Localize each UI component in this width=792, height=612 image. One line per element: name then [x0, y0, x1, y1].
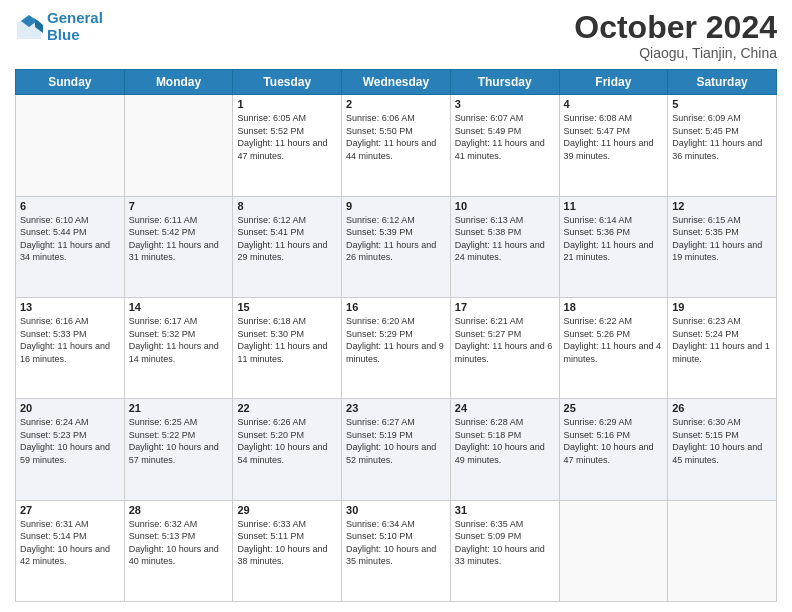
day-info: Sunrise: 6:08 AM Sunset: 5:47 PM Dayligh…: [564, 112, 664, 162]
calendar-cell: 16Sunrise: 6:20 AM Sunset: 5:29 PM Dayli…: [342, 297, 451, 398]
calendar-cell: 4Sunrise: 6:08 AM Sunset: 5:47 PM Daylig…: [559, 95, 668, 196]
day-number: 5: [672, 98, 772, 110]
day-info: Sunrise: 6:09 AM Sunset: 5:45 PM Dayligh…: [672, 112, 772, 162]
logo-line1: General: [47, 9, 103, 26]
day-number: 19: [672, 301, 772, 313]
calendar-cell: 23Sunrise: 6:27 AM Sunset: 5:19 PM Dayli…: [342, 399, 451, 500]
calendar-cell: 11Sunrise: 6:14 AM Sunset: 5:36 PM Dayli…: [559, 196, 668, 297]
calendar-table: SundayMondayTuesdayWednesdayThursdayFrid…: [15, 69, 777, 602]
day-info: Sunrise: 6:16 AM Sunset: 5:33 PM Dayligh…: [20, 315, 120, 365]
calendar-cell: 12Sunrise: 6:15 AM Sunset: 5:35 PM Dayli…: [668, 196, 777, 297]
calendar-cell: 6Sunrise: 6:10 AM Sunset: 5:44 PM Daylig…: [16, 196, 125, 297]
day-number: 11: [564, 200, 664, 212]
calendar-cell: 8Sunrise: 6:12 AM Sunset: 5:41 PM Daylig…: [233, 196, 342, 297]
day-info: Sunrise: 6:11 AM Sunset: 5:42 PM Dayligh…: [129, 214, 229, 264]
day-number: 4: [564, 98, 664, 110]
calendar-cell: [124, 95, 233, 196]
calendar-cell: 17Sunrise: 6:21 AM Sunset: 5:27 PM Dayli…: [450, 297, 559, 398]
day-number: 14: [129, 301, 229, 313]
day-info: Sunrise: 6:14 AM Sunset: 5:36 PM Dayligh…: [564, 214, 664, 264]
title-block: October 2024 Qiaogu, Tianjin, China: [574, 10, 777, 61]
day-number: 21: [129, 402, 229, 414]
day-number: 31: [455, 504, 555, 516]
day-info: Sunrise: 6:13 AM Sunset: 5:38 PM Dayligh…: [455, 214, 555, 264]
calendar-cell: 27Sunrise: 6:31 AM Sunset: 5:14 PM Dayli…: [16, 500, 125, 601]
calendar-cell: [668, 500, 777, 601]
day-number: 17: [455, 301, 555, 313]
calendar-cell: 2Sunrise: 6:06 AM Sunset: 5:50 PM Daylig…: [342, 95, 451, 196]
day-info: Sunrise: 6:35 AM Sunset: 5:09 PM Dayligh…: [455, 518, 555, 568]
day-info: Sunrise: 6:25 AM Sunset: 5:22 PM Dayligh…: [129, 416, 229, 466]
day-number: 29: [237, 504, 337, 516]
calendar-cell: 13Sunrise: 6:16 AM Sunset: 5:33 PM Dayli…: [16, 297, 125, 398]
day-number: 24: [455, 402, 555, 414]
day-info: Sunrise: 6:21 AM Sunset: 5:27 PM Dayligh…: [455, 315, 555, 365]
day-info: Sunrise: 6:27 AM Sunset: 5:19 PM Dayligh…: [346, 416, 446, 466]
day-number: 10: [455, 200, 555, 212]
day-info: Sunrise: 6:34 AM Sunset: 5:10 PM Dayligh…: [346, 518, 446, 568]
day-info: Sunrise: 6:22 AM Sunset: 5:26 PM Dayligh…: [564, 315, 664, 365]
day-info: Sunrise: 6:23 AM Sunset: 5:24 PM Dayligh…: [672, 315, 772, 365]
day-number: 3: [455, 98, 555, 110]
day-info: Sunrise: 6:26 AM Sunset: 5:20 PM Dayligh…: [237, 416, 337, 466]
day-number: 7: [129, 200, 229, 212]
calendar-cell: 10Sunrise: 6:13 AM Sunset: 5:38 PM Dayli…: [450, 196, 559, 297]
day-info: Sunrise: 6:18 AM Sunset: 5:30 PM Dayligh…: [237, 315, 337, 365]
day-info: Sunrise: 6:05 AM Sunset: 5:52 PM Dayligh…: [237, 112, 337, 162]
day-info: Sunrise: 6:29 AM Sunset: 5:16 PM Dayligh…: [564, 416, 664, 466]
calendar-week-row: 20Sunrise: 6:24 AM Sunset: 5:23 PM Dayli…: [16, 399, 777, 500]
logo-icon: [15, 13, 43, 41]
day-number: 22: [237, 402, 337, 414]
day-info: Sunrise: 6:33 AM Sunset: 5:11 PM Dayligh…: [237, 518, 337, 568]
day-number: 15: [237, 301, 337, 313]
day-number: 20: [20, 402, 120, 414]
calendar-cell: 19Sunrise: 6:23 AM Sunset: 5:24 PM Dayli…: [668, 297, 777, 398]
calendar-week-row: 13Sunrise: 6:16 AM Sunset: 5:33 PM Dayli…: [16, 297, 777, 398]
calendar-cell: 26Sunrise: 6:30 AM Sunset: 5:15 PM Dayli…: [668, 399, 777, 500]
calendar-cell: 7Sunrise: 6:11 AM Sunset: 5:42 PM Daylig…: [124, 196, 233, 297]
day-number: 16: [346, 301, 446, 313]
day-info: Sunrise: 6:30 AM Sunset: 5:15 PM Dayligh…: [672, 416, 772, 466]
day-info: Sunrise: 6:31 AM Sunset: 5:14 PM Dayligh…: [20, 518, 120, 568]
calendar-cell: 20Sunrise: 6:24 AM Sunset: 5:23 PM Dayli…: [16, 399, 125, 500]
day-info: Sunrise: 6:20 AM Sunset: 5:29 PM Dayligh…: [346, 315, 446, 365]
day-number: 6: [20, 200, 120, 212]
day-info: Sunrise: 6:24 AM Sunset: 5:23 PM Dayligh…: [20, 416, 120, 466]
day-info: Sunrise: 6:28 AM Sunset: 5:18 PM Dayligh…: [455, 416, 555, 466]
calendar-cell: [559, 500, 668, 601]
logo-line2: Blue: [47, 26, 80, 43]
day-header-friday: Friday: [559, 70, 668, 95]
day-number: 25: [564, 402, 664, 414]
header: General Blue October 2024 Qiaogu, Tianji…: [15, 10, 777, 61]
day-info: Sunrise: 6:10 AM Sunset: 5:44 PM Dayligh…: [20, 214, 120, 264]
day-number: 2: [346, 98, 446, 110]
calendar-cell: 30Sunrise: 6:34 AM Sunset: 5:10 PM Dayli…: [342, 500, 451, 601]
day-number: 13: [20, 301, 120, 313]
day-info: Sunrise: 6:32 AM Sunset: 5:13 PM Dayligh…: [129, 518, 229, 568]
calendar-cell: 29Sunrise: 6:33 AM Sunset: 5:11 PM Dayli…: [233, 500, 342, 601]
calendar-cell: 28Sunrise: 6:32 AM Sunset: 5:13 PM Dayli…: [124, 500, 233, 601]
calendar-cell: 31Sunrise: 6:35 AM Sunset: 5:09 PM Dayli…: [450, 500, 559, 601]
day-header-thursday: Thursday: [450, 70, 559, 95]
calendar-cell: 18Sunrise: 6:22 AM Sunset: 5:26 PM Dayli…: [559, 297, 668, 398]
day-number: 8: [237, 200, 337, 212]
calendar-cell: [16, 95, 125, 196]
day-info: Sunrise: 6:12 AM Sunset: 5:39 PM Dayligh…: [346, 214, 446, 264]
calendar-cell: 21Sunrise: 6:25 AM Sunset: 5:22 PM Dayli…: [124, 399, 233, 500]
day-info: Sunrise: 6:12 AM Sunset: 5:41 PM Dayligh…: [237, 214, 337, 264]
day-header-wednesday: Wednesday: [342, 70, 451, 95]
day-number: 26: [672, 402, 772, 414]
day-number: 18: [564, 301, 664, 313]
day-header-saturday: Saturday: [668, 70, 777, 95]
calendar-week-row: 1Sunrise: 6:05 AM Sunset: 5:52 PM Daylig…: [16, 95, 777, 196]
day-number: 23: [346, 402, 446, 414]
location: Qiaogu, Tianjin, China: [574, 45, 777, 61]
calendar-cell: 1Sunrise: 6:05 AM Sunset: 5:52 PM Daylig…: [233, 95, 342, 196]
day-info: Sunrise: 6:06 AM Sunset: 5:50 PM Dayligh…: [346, 112, 446, 162]
day-header-tuesday: Tuesday: [233, 70, 342, 95]
day-number: 12: [672, 200, 772, 212]
day-header-monday: Monday: [124, 70, 233, 95]
calendar-cell: 25Sunrise: 6:29 AM Sunset: 5:16 PM Dayli…: [559, 399, 668, 500]
month-title: October 2024: [574, 10, 777, 45]
calendar-cell: 3Sunrise: 6:07 AM Sunset: 5:49 PM Daylig…: [450, 95, 559, 196]
